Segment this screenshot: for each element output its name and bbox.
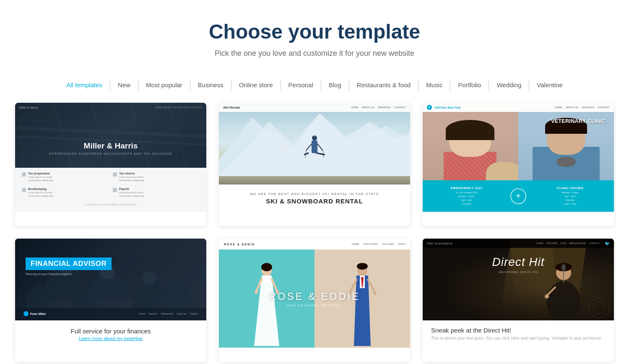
- music-title: Direct Hit: [423, 255, 614, 269]
- finance-title: FINANCIAL ADVISOR: [31, 260, 107, 268]
- miller-service-2: Tax returnsLorem ipsum sit ametconsectet…: [113, 172, 200, 185]
- template-card-rose-eddie[interactable]: ROSE & EDDIE HOME OUR STORY GALLERY RSVP: [219, 239, 410, 362]
- template-preview-direct-hit: The Crosshairs HOME THE BAND TOUR MERCHA…: [423, 239, 614, 348]
- svg-line-17: [304, 153, 308, 155]
- page-subtitle: Pick the one you love and customize it f…: [8, 49, 621, 58]
- vet-logo: VetClinic New York: [434, 106, 461, 109]
- filter-business[interactable]: Business: [190, 79, 231, 91]
- filter-wedding[interactable]: Wedding: [489, 79, 529, 91]
- miller-service-1: Tax preparationLorem ipsum sit ametconse…: [22, 172, 109, 185]
- ski-main-title: SKI & SNOWBOARD RENTAL: [266, 198, 363, 205]
- template-preview-ski-rental: SKI Rental HOME ABOUT US SERVICES CONTAC…: [219, 103, 410, 212]
- filter-portfolio[interactable]: Portfolio: [450, 79, 489, 91]
- svg-rect-31: [99, 299, 133, 308]
- finance-subtitle: Planning for your financial progress: [26, 273, 196, 276]
- wedding-subtitle: OUR COLORFUL WEDDING: [219, 304, 410, 307]
- svg-rect-12: [312, 140, 317, 153]
- music-sub: Album Release: June 18, 2022: [423, 270, 614, 273]
- music-card-label: Sneak peek at the Direct Hit!: [431, 327, 511, 334]
- finance-card-desc: Learn more about my expertise: [79, 336, 143, 341]
- filter-most-popular[interactable]: Most popular: [138, 79, 190, 91]
- vet-clinic-overlay: VETERINARY CLINIC: [551, 118, 606, 124]
- filter-online-store[interactable]: Online store: [231, 79, 281, 91]
- ski-tagline: WE ARE THE BEST AND BIGGEST SKI RENTAL I…: [250, 192, 379, 196]
- template-card-vet-clinic[interactable]: + VetClinic New York HOME ABOUT US SERVI…: [423, 103, 614, 226]
- vet-hours-label: CLINIC HOURS: [533, 186, 608, 190]
- filter-all-templates[interactable]: All templates: [59, 79, 110, 91]
- svg-line-13: [306, 144, 312, 151]
- template-card-financial-advisor[interactable]: FINANCIAL ADVISOR Planning for your fina…: [15, 239, 206, 362]
- template-info-miller: [15, 212, 206, 226]
- template-info-ski: [219, 212, 410, 226]
- template-preview-miller-harris: Miller & Harris HOME ABOUT US SERVICES C…: [15, 103, 206, 212]
- miller-logo-nav: Miller & Harris: [19, 106, 38, 109]
- templates-grid: Miller & Harris HOME ABOUT US SERVICES C…: [0, 103, 629, 364]
- template-card-miller-harris[interactable]: Miller & Harris HOME ABOUT US SERVICES C…: [15, 103, 206, 226]
- filter-personal[interactable]: Personal: [281, 79, 321, 91]
- svg-point-49: [547, 281, 580, 319]
- svg-point-41: [357, 263, 368, 270]
- page-header: Choose your template Pick the one you lo…: [0, 0, 629, 66]
- template-card-ski-rental[interactable]: SKI Rental HOME ABOUT US SERVICES CONTAC…: [219, 103, 410, 226]
- miller-service-3: BookkeepingLorem ipsum sit ametconsectet…: [22, 187, 109, 200]
- template-preview-financial-advisor: FINANCIAL ADVISOR Planning for your fina…: [15, 239, 206, 348]
- miller-nav-links: HOME ABOUT US SERVICES CONTACT: [155, 106, 202, 109]
- template-preview-rose-eddie: ROSE & EDDIE HOME OUR STORY GALLERY RSVP: [219, 239, 410, 348]
- music-logo: The Crosshairs: [427, 242, 452, 245]
- miller-title: Miller & Harris: [15, 141, 206, 151]
- miller-service-4: PayrollLorem ipsum sit ametconsectetur a…: [113, 187, 200, 200]
- template-card-direct-hit[interactable]: The Crosshairs HOME THE BAND TOUR MERCHA…: [423, 239, 614, 362]
- wedding-title: ROSE & EDDIE: [219, 291, 410, 302]
- miller-subtitle: EXPERIENCED CHARTERED ACCOUNTANTS AND TA…: [15, 152, 206, 155]
- template-info-vet: [423, 212, 614, 226]
- music-card-desc: This is where your text goes. You can cl…: [431, 335, 601, 341]
- template-info-wedding: [219, 348, 410, 362]
- svg-point-33: [261, 263, 272, 271]
- svg-marker-35: [263, 276, 271, 283]
- filter-new[interactable]: New: [110, 79, 138, 91]
- svg-point-55: [545, 294, 549, 299]
- svg-rect-30: [49, 302, 74, 308]
- filter-nav: All templates New Most popular Business …: [0, 66, 629, 103]
- filter-restaurants-food[interactable]: Restaurants & food: [349, 79, 418, 91]
- filter-music[interactable]: Music: [418, 79, 450, 91]
- svg-line-14: [317, 144, 323, 151]
- vet-plus-icon: +: [510, 188, 526, 204]
- filter-valentine[interactable]: Valentine: [529, 79, 570, 91]
- template-preview-vet-clinic: + VetClinic New York HOME ABOUT US SERVI…: [423, 103, 614, 212]
- wedding-logo: ROSE & EDDIE: [224, 243, 255, 246]
- page-title: Choose your template: [8, 20, 621, 43]
- filter-blog[interactable]: Blog: [321, 79, 349, 91]
- svg-line-18: [317, 153, 325, 155]
- vet-emergency-label: EMERGENCY 24/7: [429, 186, 504, 190]
- finance-card-label: Full service for your finances: [71, 328, 151, 335]
- finance-logo: Peter Miller: [30, 312, 46, 315]
